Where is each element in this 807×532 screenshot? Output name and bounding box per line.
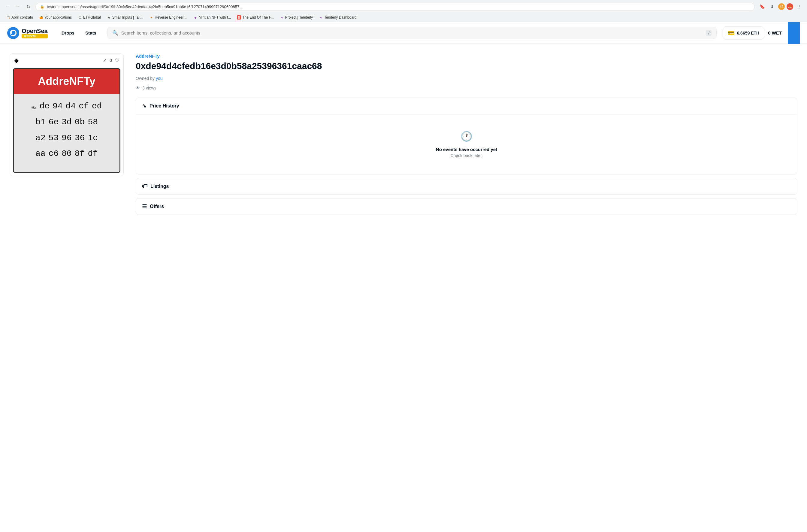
listings-section: 🏷 Listings xyxy=(136,178,798,194)
nft-name-display: AddreNFTy xyxy=(38,75,95,87)
extensions-button[interactable]: ⋮ xyxy=(795,2,803,11)
logo-text-wrapper: OpenSea Testnets xyxy=(22,27,48,38)
search-icon: 🔍 xyxy=(112,30,118,36)
bm7-label: The End Of The F... xyxy=(242,15,274,20)
nft-address-row-3: a2 53 96 36 1c xyxy=(17,132,116,145)
eth-icon: ◆ xyxy=(14,57,19,64)
bookmark-item-7[interactable]: B The End Of The F... xyxy=(234,14,276,20)
bm8-favicon: ≋ xyxy=(280,15,284,20)
wallet-weth-balance: 0 WET xyxy=(768,30,782,35)
slash-badge: / xyxy=(706,30,712,36)
main-content: ◆ ⤢ 0 ♡ AddreNFTy 0x de 94 d4 xyxy=(0,44,807,228)
addr-6e: 6e xyxy=(49,116,59,129)
download-button[interactable]: ⬇ xyxy=(768,2,776,11)
addr-58: 58 xyxy=(88,116,98,129)
nft-card-top: ◆ ⤢ 0 ♡ xyxy=(10,54,123,67)
opensea-logo[interactable]: OpenSea Testnets xyxy=(7,27,48,39)
price-history-empty-title: No events have occurred yet xyxy=(436,147,497,152)
addr-53: 53 xyxy=(49,132,59,145)
nft-prefix: 0x xyxy=(32,104,37,111)
collection-name[interactable]: AddreNFTy xyxy=(136,54,798,59)
bm4-favicon: ★ xyxy=(107,15,111,20)
views-icon: 👁 xyxy=(136,86,140,90)
addr-ed: ed xyxy=(92,100,102,113)
addr-df: df xyxy=(88,147,98,160)
offers-section: ☰ Offers xyxy=(136,198,798,215)
bookmark-item-8[interactable]: ≋ Project | Tenderly xyxy=(277,14,315,20)
listings-header[interactable]: 🏷 Listings xyxy=(136,178,797,194)
bookmark-item-2[interactable]: 🍊 Your applications xyxy=(37,14,74,20)
opensea-logo-text: OpenSea xyxy=(22,27,48,35)
bm2-favicon: 🍊 xyxy=(39,15,43,20)
nav-stats[interactable]: Stats xyxy=(80,28,101,38)
opensea-logo-icon xyxy=(7,27,19,39)
nft-title: 0xde94d4cfedb16e3d0b58a25396361caac68 xyxy=(136,61,798,71)
reload-button[interactable]: ↻ xyxy=(24,2,33,11)
owned-by: Owned by you xyxy=(136,76,798,81)
nft-address-row-4: aa c6 80 8f df xyxy=(17,147,116,160)
back-button[interactable]: ← xyxy=(4,2,12,11)
chart-icon: ∿ xyxy=(142,103,147,109)
addr-cf: cf xyxy=(79,100,89,113)
addr-d4: d4 xyxy=(66,100,76,113)
expand-button[interactable]: ⤢ xyxy=(103,58,107,63)
forward-button[interactable]: → xyxy=(14,2,22,11)
addr-80: 80 xyxy=(61,147,72,160)
price-history-header[interactable]: ∿ Price History xyxy=(136,98,797,114)
wallet-button[interactable]: 💳 6.6659 ETH xyxy=(723,26,764,40)
bm1-label: Abrir contrato xyxy=(12,15,33,20)
addr-8f: 8f xyxy=(75,147,85,160)
bm1-favicon: 📋 xyxy=(6,15,10,20)
bookmark-button[interactable]: 🔖 xyxy=(758,2,766,11)
nft-details: AddreNFTy 0xde94d4cfedb16e3d0b58a2539636… xyxy=(136,54,798,218)
wallet-icon: 💳 xyxy=(728,30,734,36)
addr-0b: 0b xyxy=(75,116,85,129)
like-button[interactable]: ♡ xyxy=(115,58,119,63)
search-input[interactable] xyxy=(121,30,703,35)
bookmark-item-6[interactable]: ◆ Mint an NFT with I... xyxy=(191,14,233,20)
bm9-label: Tenderly Dashboard xyxy=(324,15,357,20)
bm3-favicon: ⬡ xyxy=(78,15,82,20)
bookmark-item-5[interactable]: ✦ Reverse Engineeri... xyxy=(147,14,190,20)
bm5-favicon: ✦ xyxy=(149,15,153,20)
addr-c6: c6 xyxy=(49,147,59,160)
bookmark-bar: 📋 Abrir contrato 🍊 Your applications ⬡ E… xyxy=(0,13,807,22)
addr-36: 36 xyxy=(75,132,85,145)
address-bar[interactable]: 🔒 testnets.opensea.io/assets/goerli/0x19… xyxy=(35,3,755,11)
metamask-ext-icon[interactable]: 44 xyxy=(778,3,785,10)
nav-drops[interactable]: Drops xyxy=(57,28,79,38)
nft-card-container: ◆ ⤢ 0 ♡ AddreNFTy 0x de 94 d4 xyxy=(9,54,124,218)
price-history-empty-sub: Check back later. xyxy=(450,153,482,158)
nft-card-wrapper: ◆ ⤢ 0 ♡ AddreNFTy 0x de 94 d4 xyxy=(9,54,124,176)
owned-by-link[interactable]: you xyxy=(156,76,163,81)
address-url: testnets.opensea.io/assets/goerli/0x19fb… xyxy=(47,4,750,9)
toolbar-actions: 🔖 ⬇ 44 🦊 ⋮ xyxy=(758,2,803,11)
nft-visual: AddreNFTy 0x de 94 d4 cf ed b1 6e 3d xyxy=(13,68,120,173)
bm8-label: Project | Tenderly xyxy=(285,15,313,20)
addr-a2: a2 xyxy=(35,132,46,145)
bookmark-item-1[interactable]: 📋 Abrir contrato xyxy=(4,14,35,20)
addr-1c: 1c xyxy=(88,132,98,145)
addr-3d: 3d xyxy=(61,116,72,129)
offers-header[interactable]: ☰ Offers xyxy=(136,198,797,215)
price-history-body: 🕐 No events have occurred yet Check back… xyxy=(136,114,797,174)
bm4-label: Small Inputs | Tail... xyxy=(112,15,143,20)
bookmark-item-9[interactable]: ≋ Tenderly Dashboard xyxy=(316,14,359,20)
views-row: 👁 3 views xyxy=(136,86,798,90)
addr-aa: aa xyxy=(35,147,46,160)
price-history-label: Price History xyxy=(150,103,179,109)
views-text: 3 views xyxy=(142,86,156,90)
bm6-favicon: ◆ xyxy=(193,15,197,20)
tag-icon: 🏷 xyxy=(142,183,148,189)
addr-b1: b1 xyxy=(35,116,46,129)
addr-96: 96 xyxy=(61,132,72,145)
wallet-eth-balance: 6.6659 ETH xyxy=(737,31,759,35)
ext-icon-2[interactable]: 🦊 xyxy=(787,3,793,10)
owned-by-label: Owned by xyxy=(136,76,155,81)
browser-chrome: ← → ↻ 🔒 testnets.opensea.io/assets/goerl… xyxy=(0,0,807,22)
nft-card-actions: ⤢ 0 ♡ xyxy=(103,58,119,63)
addr-94: 94 xyxy=(53,100,63,113)
bookmark-item-4[interactable]: ★ Small Inputs | Tail... xyxy=(104,14,146,20)
bookmark-item-3[interactable]: ⬡ ETHGlobal xyxy=(75,14,103,20)
opensea-navbar: OpenSea Testnets Drops Stats 🔍 / 💳 6.665… xyxy=(0,22,807,44)
